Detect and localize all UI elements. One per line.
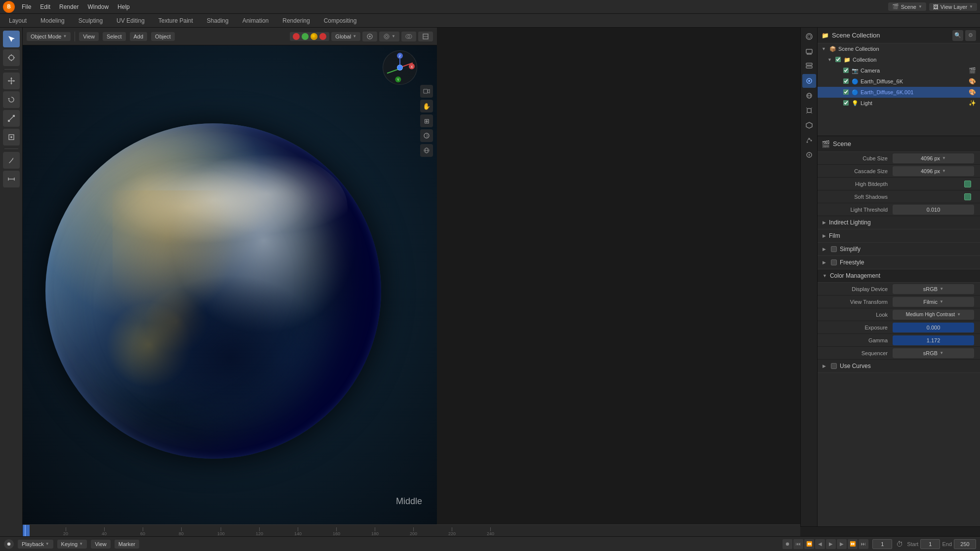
step-forward-btn[interactable]: ▶: [837, 539, 847, 549]
tab-animation[interactable]: Animation: [235, 15, 275, 26]
menu-render[interactable]: Render: [55, 2, 82, 11]
outliner-item-earth-2[interactable]: 🔵 Earth_Diffuse_6K.001 🎨: [818, 87, 980, 98]
freestyle-checkbox[interactable]: [831, 259, 837, 265]
prop-icon-world[interactable]: [802, 89, 816, 103]
menu-edit[interactable]: Edit: [36, 2, 54, 11]
menu-window[interactable]: Window: [83, 2, 113, 11]
select-menu[interactable]: Select: [103, 32, 126, 41]
menu-file[interactable]: File: [18, 2, 35, 11]
tab-uv-editing[interactable]: UV Editing: [110, 15, 152, 26]
skip-first-btn[interactable]: ⏮: [793, 539, 803, 549]
mode-select[interactable]: Object Mode ▼: [27, 32, 71, 41]
tab-sculpting[interactable]: Sculpting: [72, 15, 110, 26]
tab-layout[interactable]: Layout: [2, 15, 34, 26]
prop-icon-scene[interactable]: [802, 74, 816, 88]
step-back-btn[interactable]: ◀: [815, 539, 825, 549]
look-value[interactable]: Medium High Contrast ▼: [893, 310, 974, 320]
freestyle-section[interactable]: ▶ Freestyle: [818, 256, 980, 269]
tab-rendering[interactable]: Rendering: [275, 15, 316, 26]
prop-icon-modifier[interactable]: [802, 118, 816, 132]
outliner-filter-btn[interactable]: 🔍: [952, 30, 963, 41]
light-checkbox[interactable]: [843, 100, 849, 107]
exposure-value[interactable]: 0.000: [893, 323, 974, 332]
tab-modeling[interactable]: Modeling: [34, 15, 72, 26]
outliner-settings-btn[interactable]: ⚙: [965, 30, 976, 41]
tab-texture-paint[interactable]: Texture Paint: [152, 15, 200, 26]
use-curves-section[interactable]: ▶ Use Curves: [818, 360, 980, 373]
gizmo-z-dot[interactable]: Z: [397, 53, 403, 59]
viewport-gizmo[interactable]: X Y Z: [383, 50, 417, 85]
gamma-value[interactable]: 1.172: [893, 335, 974, 345]
view-transform-value[interactable]: Filmic ▼: [893, 297, 974, 307]
prev-keyframe-btn[interactable]: ⏪: [804, 539, 814, 549]
color-management-section[interactable]: ▼ Color Management: [818, 269, 980, 283]
skip-last-btn[interactable]: ⏭: [859, 539, 868, 549]
camera-checkbox[interactable]: [843, 68, 849, 74]
display-device-value[interactable]: sRGB ▼: [893, 284, 974, 294]
next-keyframe-btn[interactable]: ⏩: [848, 539, 858, 549]
snap-control[interactable]: [362, 32, 377, 41]
overlay-control[interactable]: [401, 32, 416, 41]
shading-btn[interactable]: [420, 129, 433, 142]
timeline-playback-menu[interactable]: Playback ▼: [18, 540, 53, 549]
simplify-checkbox[interactable]: [831, 246, 837, 252]
tool-transform[interactable]: [3, 129, 20, 146]
viewport[interactable]: X Y Z ✋ ⊞ M: [23, 45, 437, 536]
outliner-item-scene-collection[interactable]: ▼ 📦 Scene Collection: [818, 43, 980, 54]
grid-btn[interactable]: ⊞: [420, 114, 433, 127]
soft-shadows-checkbox[interactable]: [964, 193, 971, 200]
end-frame-field[interactable]: 250: [954, 539, 976, 549]
sequencer-value[interactable]: sRGB ▼: [893, 348, 974, 358]
timeline-mode-btn[interactable]: ⏺: [4, 539, 14, 549]
prop-icon-particles[interactable]: [802, 133, 816, 147]
tool-move[interactable]: [3, 73, 20, 89]
tool-cursor[interactable]: [3, 49, 20, 66]
cascade-size-value[interactable]: 4096 px ▼: [893, 166, 974, 176]
high-bitdepth-checkbox[interactable]: [964, 181, 971, 187]
earth2-checkbox[interactable]: [843, 89, 849, 96]
menu-help[interactable]: Help: [114, 2, 134, 11]
cube-size-value[interactable]: 4096 px ▼: [893, 153, 974, 163]
outliner-item-camera[interactable]: 📷 Camera 🎬: [818, 65, 980, 76]
xray-toggle[interactable]: [418, 32, 433, 41]
play-btn[interactable]: ▶: [826, 539, 836, 549]
zoom-camera-btn[interactable]: [420, 85, 433, 98]
tool-select[interactable]: [3, 31, 20, 47]
transform-orientation[interactable]: Global ▼: [331, 32, 360, 41]
record-btn[interactable]: ⏺: [783, 539, 792, 549]
tool-annotate[interactable]: [3, 152, 20, 169]
simplify-section[interactable]: ▶ Simplify: [818, 243, 980, 256]
tab-shading[interactable]: Shading: [200, 15, 235, 26]
proportional-edit[interactable]: ▼: [379, 32, 399, 41]
start-frame-field[interactable]: 1: [920, 539, 940, 549]
gizmo-x-dot[interactable]: X: [409, 64, 415, 70]
film-section[interactable]: ▶ Film: [818, 229, 980, 243]
tool-scale[interactable]: [3, 110, 20, 127]
prop-icon-physics[interactable]: [802, 148, 816, 162]
indirect-lighting-section[interactable]: ▶ Indirect Lighting: [818, 216, 980, 229]
timeline-marker-menu[interactable]: Marker: [115, 540, 139, 549]
view-layer-selector[interactable]: 🖼 View Layer ▼: [929, 3, 977, 11]
tool-rotate[interactable]: [3, 91, 20, 108]
tool-measure[interactable]: [3, 171, 20, 187]
outliner-item-light[interactable]: 💡 Light ✨: [818, 98, 980, 109]
prop-icon-view[interactable]: [802, 59, 816, 73]
use-curves-checkbox[interactable]: [831, 363, 837, 369]
current-frame-field[interactable]: 1: [872, 539, 892, 549]
tab-compositing[interactable]: Compositing: [317, 15, 364, 26]
timeline-ruler[interactable]: 20 40 60 80 100 120 140 160 180 200 220 …: [23, 524, 800, 536]
outliner-item-collection[interactable]: ▼ 📁 Collection: [818, 54, 980, 65]
prop-icon-render[interactable]: [802, 30, 816, 43]
object-menu[interactable]: Object: [151, 32, 175, 41]
timeline-keying-menu[interactable]: Keying ▼: [57, 540, 87, 549]
prop-icon-output[interactable]: [802, 44, 816, 58]
timeline-view-menu[interactable]: View: [91, 540, 111, 549]
view-menu[interactable]: View: [79, 32, 99, 41]
wireframe-btn[interactable]: [420, 144, 433, 157]
hand-btn[interactable]: ✋: [420, 100, 433, 112]
scene-selector[interactable]: 🎬 Scene ▼: [888, 2, 926, 11]
gizmo-y-dot[interactable]: Y: [395, 76, 401, 82]
light-threshold-value[interactable]: 0.010: [893, 205, 974, 215]
collection-checkbox[interactable]: [835, 57, 841, 63]
add-menu[interactable]: Add: [130, 32, 148, 41]
